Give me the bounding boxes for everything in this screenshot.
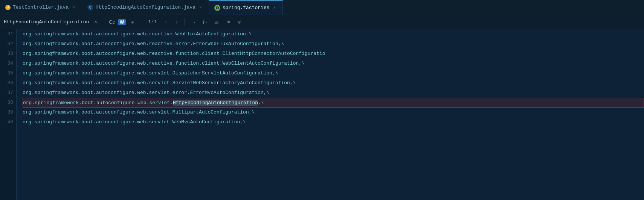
tab-label: TestController.java xyxy=(13,5,69,10)
code-line: org.springframework.boot.autoconfigure.w… xyxy=(23,108,644,117)
code-line: org.springframework.boot.autoconfigure.w… xyxy=(23,88,644,98)
tab-label: spring.factories xyxy=(223,5,270,11)
toolbar-separator-2 xyxy=(141,18,141,26)
code-text-after: ,\ xyxy=(258,100,264,106)
code-line: org.springframework.boot.autoconfigure.w… xyxy=(23,98,644,108)
spring-icon xyxy=(214,5,220,11)
code-line: org.springframework.boot.autoconfigure.w… xyxy=(23,117,644,127)
code-area[interactable]: org.springframework.boot.autoconfigure.w… xyxy=(17,29,644,200)
toolbar-separator-1 xyxy=(104,18,104,26)
code-line: org.springframework.boot.autoconfigure.w… xyxy=(23,49,644,59)
filter-button[interactable]: ▽ xyxy=(235,18,243,26)
tab-close-1[interactable]: × xyxy=(71,5,76,11)
code-line: org.springframework.boot.autoconfigure.w… xyxy=(23,59,644,68)
tab-spring-factories[interactable]: spring.factories × xyxy=(209,0,283,15)
match-count: 1/1 xyxy=(148,19,157,25)
wrap-lines-button[interactable]: ▭ xyxy=(189,18,197,26)
line-number: 34 xyxy=(2,59,13,68)
toolbar-separator-3 xyxy=(185,18,185,26)
code-highlighted-text: HttpEncodingAutoConfiguration xyxy=(173,100,258,106)
word-match-toggle[interactable]: W xyxy=(118,19,126,25)
line-numbers: 31323334353637383940 xyxy=(0,29,17,200)
code-line: org.springframework.boot.autoconfigure.w… xyxy=(23,29,644,39)
svg-point-3 xyxy=(217,7,218,9)
code-text-before: org.springframework.boot.autoconfigure.w… xyxy=(23,100,173,106)
line-number: 32 xyxy=(2,39,13,49)
tab-testcontroller[interactable]: J TestController.java × xyxy=(0,0,82,15)
prev-match-button[interactable]: ↑ xyxy=(162,18,170,26)
c-icon: C xyxy=(87,5,93,11)
line-number: 38 xyxy=(2,98,13,108)
case-sensitive-toggle[interactable]: Cc xyxy=(109,19,115,25)
code-line: org.springframework.boot.autoconfigure.w… xyxy=(23,39,644,49)
tab-close-2[interactable]: × xyxy=(198,5,203,11)
java-icon: J xyxy=(5,5,11,10)
tab-httpencodingautoconfiguration[interactable]: C HttpEncodingAutoConfiguration.java × xyxy=(82,0,209,15)
line-number: 33 xyxy=(2,49,13,59)
line-number: 37 xyxy=(2,88,13,98)
code-line: org.springframework.boot.autoconfigure.w… xyxy=(23,68,644,78)
editor: 31323334353637383940 org.springframework… xyxy=(0,29,644,200)
options-button-1[interactable]: ⊤ₙ xyxy=(200,18,209,26)
next-match-button[interactable]: ↓ xyxy=(172,18,180,26)
options-button-2[interactable]: ☑ₙ xyxy=(212,18,222,26)
tab-close-3[interactable]: × xyxy=(272,5,278,11)
line-number: 31 xyxy=(2,29,13,39)
tab-bar: J TestController.java × C HttpEncodingAu… xyxy=(0,0,644,15)
search-term: HttpEncodingAutoConfiguration xyxy=(4,19,89,25)
tab-label: HttpEncodingAutoConfiguration.java xyxy=(96,5,195,10)
code-line: org.springframework.boot.autoconfigure.w… xyxy=(23,78,644,88)
line-number: 39 xyxy=(2,108,13,117)
line-number: 35 xyxy=(2,68,13,78)
line-number: 40 xyxy=(2,117,13,127)
close-search-button[interactable]: × xyxy=(92,18,99,26)
options-button-3[interactable]: ≡ xyxy=(225,18,232,26)
line-number: 36 xyxy=(2,78,13,88)
toolbar: HttpEncodingAutoConfiguration × Cc W ✳ 1… xyxy=(0,15,644,29)
regex-toggle[interactable]: ✳ xyxy=(129,18,136,26)
